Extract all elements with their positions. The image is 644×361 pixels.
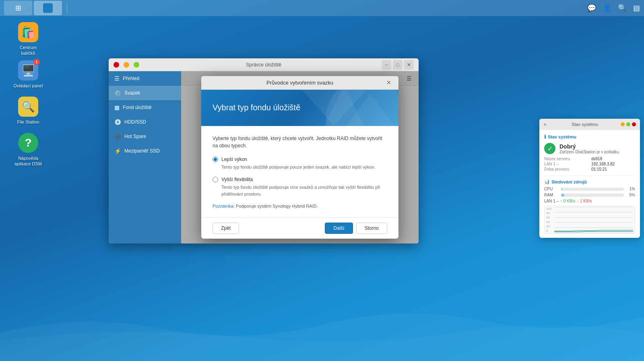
ram-bar xyxy=(561,194,564,197)
wizard-dialog: Průvodce vytvořením svazku ✕ Vybrat typ … xyxy=(201,76,398,239)
status-section-title: ℹ Stav systému xyxy=(544,134,635,140)
info-icon: ℹ xyxy=(544,134,546,140)
status-min-btn[interactable] xyxy=(621,122,625,126)
restore-ctrl[interactable]: □ xyxy=(393,60,402,70)
next-button[interactable]: Další xyxy=(325,223,353,234)
menu-icon[interactable]: ▤ xyxy=(633,4,640,12)
maximize-btn[interactable] xyxy=(134,62,139,68)
status-good-row: ✓ Dobrý Zařízení DiskStation je v pořádk… xyxy=(544,143,635,154)
sidebar-item-svazek[interactable]: ⚙️ Svazek xyxy=(109,86,181,100)
taskbar-grid-btn[interactable]: ⊞ xyxy=(4,1,32,15)
prehled-icon: ☰ xyxy=(114,75,120,82)
add-widget-btn[interactable]: + xyxy=(543,121,547,128)
wizard-note: Poznámka: Podporuje systém Synology Hybr… xyxy=(213,204,387,208)
cpu-bar xyxy=(561,188,562,191)
filestation-label: File Station xyxy=(17,119,39,125)
ram-row: RAM 5% xyxy=(544,193,635,197)
minimize-ctrl[interactable]: – xyxy=(382,60,391,70)
taskbar-divider xyxy=(67,2,67,14)
taskbar-right: 💬 👤 🔍 ▤ xyxy=(587,4,640,12)
sidebar-item-hdd[interactable]: 💿 HDD/SSD xyxy=(109,115,181,129)
storage-win-controls: – □ ✕ xyxy=(382,60,414,70)
note-link[interactable]: Poznámka xyxy=(213,204,233,208)
taskbar: ⊞ 💬 👤 🔍 ▤ xyxy=(0,0,644,16)
cpu-bar-bg xyxy=(561,188,624,191)
wizard-title: Průvodce vytvořením svazku xyxy=(266,80,333,86)
status-close-btn[interactable] xyxy=(632,122,636,126)
taskbar-left: ⊞ xyxy=(4,1,70,15)
chart-labels: 100 80 60 40 20 0 xyxy=(546,207,551,233)
chat-icon[interactable]: 💬 xyxy=(587,4,596,12)
option-lepsi-vykon: Lepší výkon Tento typ fondu úložiště pod… xyxy=(213,157,387,171)
hotspare-icon: ➕ xyxy=(114,133,121,140)
lepsi-vykon-desc: Tento typ fondu úložiště podporuje pouze… xyxy=(221,164,387,171)
vyssi-flexibilita-label[interactable]: Vyšší flexibilita xyxy=(213,177,387,182)
wizard-titlebar: Průvodce vytvořením svazku ✕ xyxy=(201,76,398,90)
svazek-icon: ⚙️ xyxy=(114,90,121,96)
chart-icon: 📊 xyxy=(544,179,550,184)
minimize-btn[interactable] xyxy=(124,62,129,68)
hdd-icon: 💿 xyxy=(114,119,121,125)
back-button[interactable]: Zpět xyxy=(213,223,239,234)
status-titlebar: + Stav systému xyxy=(539,119,640,130)
background-wave xyxy=(0,301,644,361)
sidebar-item-prehled[interactable]: ☰ Přehled xyxy=(109,71,181,86)
lepsi-vykon-title: Lepší výkon xyxy=(221,157,247,162)
close-ctrl[interactable]: ✕ xyxy=(404,60,414,70)
status-win-btns xyxy=(621,122,636,126)
wizard-close-btn[interactable]: ✕ xyxy=(385,78,393,87)
wizard-overlay: Průvodce vytvořením svazku ✕ Vybrat typ … xyxy=(181,71,419,243)
desktop-icon-filestation[interactable]: 🔍 File Station xyxy=(12,97,44,125)
ram-bar-bg xyxy=(561,194,624,197)
status-good-info: Dobrý Zařízení DiskStation je v pořádku. xyxy=(559,143,620,154)
chart-svg xyxy=(554,207,633,233)
storage-manager-window: Správce úložiště – □ ✕ ☰ Přehled ⚙️ Svaz… xyxy=(109,58,419,243)
close-btn[interactable] xyxy=(114,62,119,68)
cancel-button[interactable]: Storno xyxy=(356,223,387,234)
lepsi-vykon-radio[interactable] xyxy=(213,157,218,162)
user-icon[interactable]: 👤 xyxy=(603,4,611,12)
notification-badge: 1 xyxy=(33,59,40,65)
status-info-grid: Název serveru ds918 LAN 1 – 192.168.3.82… xyxy=(544,157,635,171)
taskbar-filestation-btn[interactable] xyxy=(34,1,62,15)
vyssi-flexibilita-desc: Tento typ fondu úložiště podporuje více … xyxy=(221,184,387,197)
storage-content: ☰ Průvodce vytvořením svazku ✕ Vybrat ty… xyxy=(181,71,419,243)
vyssi-flexibilita-radio[interactable] xyxy=(213,177,218,182)
wizard-description: Vyberte typ fondu úložiště, který chcete… xyxy=(213,135,387,149)
resources-section-title: 📊 Sledování zdrojů xyxy=(544,179,635,184)
lan-chart: 100 80 60 40 20 0 xyxy=(544,206,635,234)
storage-body: ☰ Přehled ⚙️ Svazek ▦ Fond úložiště 💿 HD… xyxy=(109,71,419,243)
lan1-row: LAN 1 – ↑ 0 KB/s ↓ 1 KB/s xyxy=(544,199,635,203)
wizard-footer: Zpět Další Storno xyxy=(201,217,398,239)
desktop-icon-napoveda[interactable]: ? Nápověda aplikace DSM xyxy=(12,133,44,167)
storage-window-title: Správce úložiště xyxy=(246,62,281,68)
cpu-row: CPU 1% xyxy=(544,187,635,191)
header-decoration-2 xyxy=(346,94,394,126)
wizard-header: Vybrat typ fondu úložiště xyxy=(201,90,398,126)
vyssi-flexibilita-title: Vyšší flexibilita xyxy=(221,177,253,182)
option-vyssi-flexibilita: Vyšší flexibilita Tento typ fondu úložiš… xyxy=(213,177,387,197)
wizard-header-title: Vybrat typ fondu úložiště xyxy=(213,103,300,112)
sidebar-item-hotspare[interactable]: ➕ Hot Spare xyxy=(109,129,181,144)
sidebar-item-fond[interactable]: ▦ Fond úložiště xyxy=(109,100,181,115)
search-icon[interactable]: 🔍 xyxy=(618,4,627,12)
storage-sidebar: ☰ Přehled ⚙️ Svazek ▦ Fond úložiště 💿 HD… xyxy=(109,71,181,243)
status-body: ℹ Stav systému ✓ Dobrý Zařízení DiskStat… xyxy=(539,130,640,238)
fond-icon: ▦ xyxy=(114,104,120,111)
sidebar-item-mezipamets[interactable]: ⚡ Mezipaměť SSD xyxy=(109,144,181,158)
storage-titlebar: Správce úložiště – □ ✕ xyxy=(109,58,419,71)
wizard-body: Vyberte typ fondu úložiště, který chcete… xyxy=(201,126,398,218)
status-widget-title: Stav systému xyxy=(551,122,618,127)
desktop-icon-ovladaci[interactable]: 🖥️ 1 Ovládací panel xyxy=(12,60,44,89)
lepsi-vykon-label[interactable]: Lepší výkon xyxy=(213,157,387,162)
status-max-btn[interactable] xyxy=(626,122,630,126)
system-status-widget: + Stav systému ℹ Stav systému ✓ Dobrý Za… xyxy=(539,119,640,238)
desktop-icon-centrum[interactable]: 🛍️ Centrum balíčků xyxy=(12,22,44,56)
mezipamets-icon: ⚡ xyxy=(114,148,121,154)
status-check-icon: ✓ xyxy=(544,143,555,154)
